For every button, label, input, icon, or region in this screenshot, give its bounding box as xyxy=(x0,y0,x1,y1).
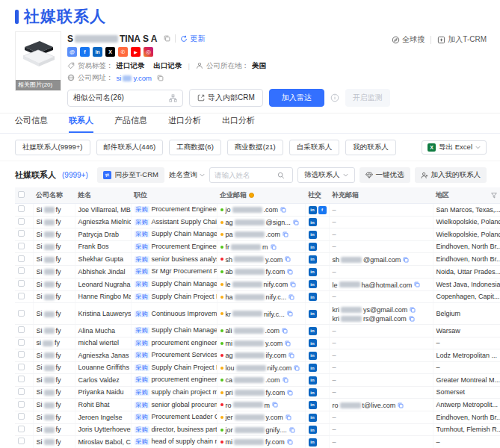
copy-icon[interactable] xyxy=(409,316,415,322)
table-row[interactable]: SifyMiroslav Babol, CPIM采购head of supply… xyxy=(15,436,500,448)
linkedin-icon[interactable]: in xyxy=(93,47,102,57)
copy-icon[interactable] xyxy=(403,257,409,263)
table-row[interactable]: sifymichal wiertel采购procurement engineer… xyxy=(15,337,500,349)
header-social[interactable]: 社交 xyxy=(305,187,329,204)
copy-icon[interactable] xyxy=(287,269,293,275)
search-icon[interactable] xyxy=(277,172,285,179)
copy-icon[interactable] xyxy=(288,352,294,358)
row-checkbox[interactable] xyxy=(18,388,25,395)
one-click-optimize-button[interactable]: 一键优选 xyxy=(359,167,410,183)
x-icon[interactable]: X xyxy=(105,47,115,57)
table-row[interactable]: SifyPriyanka Naidu采购supply chain project… xyxy=(15,386,500,399)
row-checkbox[interactable] xyxy=(18,376,25,382)
linkedin-icon[interactable]: in xyxy=(309,438,317,447)
header-company[interactable]: 公司名称 xyxy=(33,187,75,204)
linkedin-icon[interactable]: in xyxy=(309,388,317,396)
row-checkbox[interactable] xyxy=(18,205,25,212)
info-icon[interactable] xyxy=(330,93,339,102)
join-radar-button[interactable]: 加入雷达 xyxy=(269,89,324,107)
table-row[interactable]: SifyFrank Bos采购Procurement Engineerfrmin… xyxy=(15,240,500,253)
header-email[interactable]: 企业邮箱 xyxy=(217,187,305,204)
copy-icon[interactable] xyxy=(272,402,278,408)
phone-icon[interactable]: ✆ xyxy=(118,47,128,57)
table-row[interactable]: SifyAgnieszka Mielniczuk采购Assistant Supp… xyxy=(15,216,500,228)
header-position[interactable]: 职位 xyxy=(131,187,217,204)
linkedin-icon[interactable]: in xyxy=(309,310,317,318)
export-excel-button[interactable]: X导出 Excel xyxy=(422,140,487,155)
row-checkbox[interactable] xyxy=(18,255,25,262)
copy-icon[interactable] xyxy=(285,256,291,262)
row-checkbox[interactable] xyxy=(18,218,25,225)
import-crm-button[interactable]: 导入内部CRM xyxy=(189,89,263,107)
row-checkbox[interactable] xyxy=(18,326,25,333)
name-search-input[interactable] xyxy=(214,171,274,179)
tab-5[interactable]: 出口分析 xyxy=(222,115,255,133)
copy-icon[interactable] xyxy=(288,294,294,300)
linkedin-icon[interactable]: in xyxy=(309,268,317,276)
header-name[interactable]: 姓名 xyxy=(75,187,131,204)
table-row[interactable]: SifyLeonard Nugraha采购Supply Chain Manage… xyxy=(15,278,500,290)
tab-4[interactable]: 进口分析 xyxy=(168,115,201,133)
linkedin-icon[interactable]: in xyxy=(309,206,317,214)
copy-icon[interactable] xyxy=(285,340,291,346)
copy-icon[interactable] xyxy=(283,377,288,383)
select-all-checkbox[interactable] xyxy=(18,191,25,198)
related-images-label[interactable]: 相关图片(20) xyxy=(16,80,61,90)
copy-icon[interactable] xyxy=(286,414,291,420)
global-search-link[interactable]: 全球搜 xyxy=(392,34,425,45)
tab-1[interactable]: 公司信息 xyxy=(15,115,48,133)
linkedin-icon[interactable]: in xyxy=(309,426,317,434)
table-row[interactable]: SifyCarlos Valdez采购procurement engineeri… xyxy=(15,374,500,387)
copy-icon[interactable] xyxy=(164,35,170,42)
linkedin-icon[interactable]: in xyxy=(309,339,317,347)
linkedin-icon[interactable]: in xyxy=(309,293,317,301)
source-tab-6[interactable]: 我的联系人 xyxy=(345,140,396,155)
copy-icon[interactable] xyxy=(282,328,288,334)
source-tab-1[interactable]: 社媒联系人(9999+) xyxy=(15,140,90,155)
youtube-icon[interactable]: ▶ xyxy=(131,47,141,57)
source-tab-2[interactable]: 邮件联系人(446) xyxy=(96,140,164,155)
linkedin-icon[interactable]: in xyxy=(309,376,317,385)
header-region[interactable]: 地区 xyxy=(433,187,500,204)
row-checkbox[interactable] xyxy=(18,364,25,370)
copy-icon[interactable] xyxy=(157,75,164,81)
linkedin-icon[interactable]: in xyxy=(309,280,317,288)
row-checkbox[interactable] xyxy=(18,280,25,287)
copy-icon[interactable] xyxy=(287,311,293,317)
copy-icon[interactable] xyxy=(290,281,296,287)
table-row[interactable]: SifyAgnieszka Janas采购Procurement Service… xyxy=(15,349,500,362)
linkedin-icon[interactable]: in xyxy=(309,231,317,239)
row-checkbox[interactable] xyxy=(18,267,25,274)
copy-icon[interactable] xyxy=(398,402,404,408)
copy-icon[interactable] xyxy=(287,439,293,445)
website-icon[interactable]: @ xyxy=(67,47,77,57)
copy-icon[interactable] xyxy=(410,307,416,313)
row-checkbox[interactable] xyxy=(18,413,25,420)
website-link[interactable]: siy.com xyxy=(117,74,152,82)
instagram-icon[interactable]: ◎ xyxy=(143,47,153,57)
company-photo[interactable]: 相关图片(20) xyxy=(15,31,61,91)
linkedin-icon[interactable]: in xyxy=(309,414,317,422)
row-checkbox[interactable] xyxy=(18,230,25,237)
table-row[interactable]: SifyKristina Lauwerys采购Continuous Improv… xyxy=(15,303,500,325)
copy-icon[interactable] xyxy=(414,281,420,287)
filter-funnel-icon[interactable] xyxy=(491,193,497,199)
copy-icon[interactable] xyxy=(294,365,300,371)
facebook-icon[interactable]: f xyxy=(318,206,327,214)
table-row[interactable]: SifyAlina Mucha采购Supply Chain Managerali… xyxy=(15,325,500,337)
copy-icon[interactable] xyxy=(289,427,295,433)
join-tcrm-link[interactable]: 加入T-CRM xyxy=(437,34,487,45)
start-monitor-button[interactable]: 开启监测 xyxy=(345,89,390,107)
table-row[interactable]: SifyRohit Bhat采购senior global procuremen… xyxy=(15,399,500,411)
source-tab-3[interactable]: 工商数据(6) xyxy=(169,140,221,155)
copy-icon[interactable] xyxy=(280,207,286,213)
import-record-link[interactable]: 进口记录 xyxy=(117,61,145,71)
name-query-dropdown[interactable]: 姓名查询 xyxy=(169,170,205,180)
header-extra-email[interactable]: 补充邮箱 xyxy=(329,187,433,204)
tab-2[interactable]: 联系人 xyxy=(69,115,93,133)
row-checkbox[interactable] xyxy=(18,310,25,317)
row-checkbox[interactable] xyxy=(18,243,25,249)
table-row[interactable]: SifyJoris Uytterhoeven采购director, busine… xyxy=(15,423,500,436)
table-row[interactable]: SifyJoe Villarreal, MBA采购Procurement Eng… xyxy=(15,204,500,217)
row-checkbox[interactable] xyxy=(18,351,25,358)
